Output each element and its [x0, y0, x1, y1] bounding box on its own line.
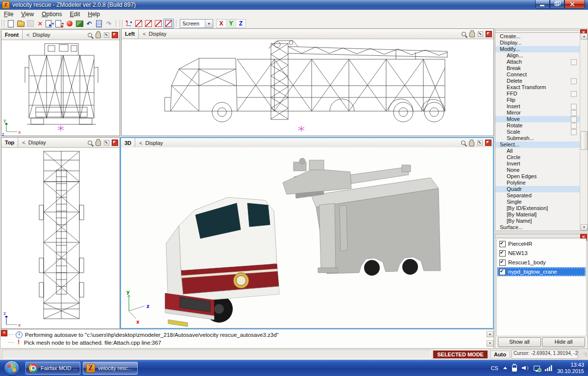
toolbar-grip[interactable]	[120, 20, 122, 27]
object-checkbox[interactable]	[499, 259, 506, 266]
pan-icon[interactable]	[95, 31, 101, 38]
object-checkbox[interactable]	[499, 269, 506, 275]
show-hidden-icons-icon[interactable]	[503, 367, 507, 369]
object-item[interactable]: NEW13	[497, 249, 586, 258]
command-item[interactable]: Flip	[495, 97, 580, 103]
object-item[interactable]: nypd_bigtow_crane	[497, 267, 586, 276]
language-indicator[interactable]: CS	[491, 365, 498, 371]
axes-mode-1-icon[interactable]	[134, 19, 144, 28]
command-item[interactable]: None	[495, 167, 580, 173]
viewport-left-name-button[interactable]: Left	[122, 29, 139, 39]
export-icon[interactable]: ▾	[45, 19, 55, 28]
back-arrow[interactable]: <	[26, 32, 29, 38]
command-item[interactable]: [By ID/Extension]	[495, 205, 580, 212]
texture-browser-icon[interactable]	[74, 19, 84, 28]
object-checkbox[interactable]	[499, 241, 506, 247]
axes-mode-3-icon[interactable]	[153, 19, 163, 28]
viewport-mode-label[interactable]: Display	[146, 140, 163, 146]
command-item[interactable]: Scale	[495, 129, 580, 135]
command-item[interactable]: [By Material]	[495, 212, 580, 218]
new-file-icon[interactable]	[6, 19, 16, 28]
command-item[interactable]: Rotate	[495, 122, 580, 129]
left-viewport-canvas[interactable]	[122, 39, 493, 136]
command-item[interactable]: Separated	[495, 192, 580, 199]
maximize-icon[interactable]	[485, 140, 491, 146]
fit-icon[interactable]	[477, 30, 484, 37]
material-editor-icon[interactable]	[65, 19, 74, 28]
command-item[interactable]: Polyline	[495, 180, 580, 186]
command-item[interactable]: Mirror	[495, 110, 580, 116]
resize-grip[interactable]	[583, 352, 587, 356]
scrollbar-thumb[interactable]	[581, 131, 588, 150]
command-item[interactable]: Circle	[495, 154, 580, 161]
viewport-mode-label[interactable]: Display	[149, 31, 167, 37]
command-item[interactable]: Select...	[495, 141, 580, 148]
command-item[interactable]: Attach	[495, 59, 580, 65]
command-item[interactable]: Exact Transform	[495, 84, 580, 91]
network-icon[interactable]	[534, 366, 540, 371]
zoom-icon[interactable]	[460, 140, 466, 146]
command-item[interactable]: Open Edges	[495, 173, 580, 180]
command-item[interactable]: Align...	[495, 52, 580, 59]
scroll-down-icon[interactable]: ▼	[487, 340, 493, 347]
axes-mode-2-icon[interactable]	[144, 19, 153, 28]
start-button[interactable]	[4, 360, 20, 376]
top-viewport-canvas[interactable]: z x	[1, 147, 120, 329]
back-arrow[interactable]: <	[143, 31, 146, 37]
zoom-icon[interactable]	[460, 30, 467, 37]
command-checkbox[interactable]	[571, 78, 577, 84]
maximize-icon[interactable]	[485, 30, 492, 37]
toolbar-grip[interactable]	[1, 20, 4, 27]
command-panel-scrollbar[interactable]: ▲ ▼	[580, 33, 588, 231]
close-icon[interactable]	[564, 0, 585, 9]
3d-viewport-canvas[interactable]: y z x	[121, 147, 493, 328]
taskbar-chrome-button[interactable]: Fairfax MOD ...	[25, 362, 80, 375]
menu-item[interactable]: View	[17, 10, 38, 18]
axis-y-button[interactable]: Y	[226, 20, 236, 27]
command-checkbox[interactable]	[571, 123, 577, 129]
save-icon[interactable]	[25, 19, 35, 28]
restore-icon[interactable]	[550, 0, 564, 9]
scroll-up-icon[interactable]: ▲	[487, 331, 493, 337]
show-all-button[interactable]: Show all	[498, 337, 541, 347]
redo-icon[interactable]: ↷	[104, 19, 114, 28]
command-checkbox[interactable]	[571, 117, 577, 122]
command-item[interactable]: Break	[495, 65, 580, 71]
viewport-mode-label[interactable]: Display	[28, 140, 46, 145]
log-scrollbar[interactable]: ▲ ▼	[486, 330, 493, 348]
pan-icon[interactable]	[95, 139, 101, 146]
viewport-front-name-button[interactable]: Front	[1, 30, 23, 40]
object-checkbox[interactable]	[499, 250, 506, 257]
volume-icon[interactable]	[522, 365, 529, 371]
vertex-axes-icon[interactable]	[124, 19, 134, 28]
command-checkbox[interactable]	[571, 110, 577, 116]
axis-x-button[interactable]: X	[217, 20, 226, 27]
minimize-icon[interactable]	[535, 0, 550, 9]
object-item[interactable]: PierceHR	[497, 239, 586, 248]
command-item[interactable]: Invert	[495, 161, 580, 167]
axes-mode-dropdown[interactable]: Screen ▾	[180, 19, 213, 28]
battery-icon[interactable]	[512, 365, 517, 372]
fit-icon[interactable]	[103, 139, 110, 146]
command-item[interactable]: Modify...	[495, 46, 580, 52]
panel-splitter[interactable]	[495, 30, 580, 33]
chevron-down-icon[interactable]: ▾	[205, 20, 213, 27]
command-item[interactable]: Submesh...	[495, 135, 580, 141]
undo-icon[interactable]: ↶	[84, 19, 94, 28]
menu-item[interactable]: File	[0, 10, 17, 18]
back-arrow[interactable]: <	[139, 140, 142, 146]
fit-icon[interactable]	[476, 140, 483, 146]
log-close-icon[interactable]	[1, 330, 7, 336]
open-file-icon[interactable]	[16, 19, 25, 28]
command-item[interactable]: [By Name]	[495, 218, 580, 224]
taskbar-zmodeler-button[interactable]: velocity resc...	[83, 362, 138, 375]
object-item[interactable]: Rescue1_body	[497, 258, 586, 267]
command-item[interactable]: Connect	[495, 71, 580, 78]
axes-mode-4-icon[interactable]	[163, 19, 174, 28]
signal-icon[interactable]	[545, 365, 552, 371]
pan-icon[interactable]	[468, 30, 475, 37]
command-checkbox[interactable]	[571, 91, 577, 97]
back-arrow[interactable]: <	[22, 140, 25, 145]
menu-item[interactable]: Help	[84, 10, 104, 18]
command-item[interactable]: Quadr	[495, 186, 580, 192]
